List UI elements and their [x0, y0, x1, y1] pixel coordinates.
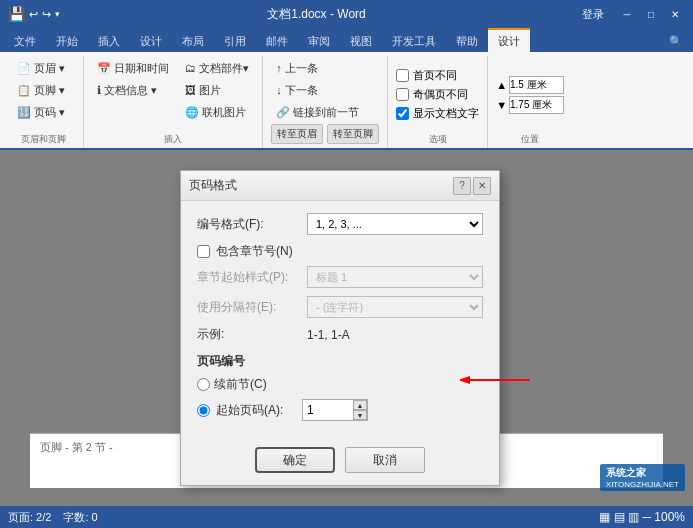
dialog-titlebar: 页码格式 ? ✕	[181, 171, 499, 201]
insert-label: 插入	[92, 131, 254, 146]
include-chapter-label: 包含章节号(N)	[216, 243, 293, 260]
diff-odd-even-row: 奇偶页不同	[396, 86, 479, 103]
format-row: 编号格式(F): 1, 2, 3, ...	[197, 213, 483, 235]
link-prev-btn[interactable]: 🔗 链接到前一节	[271, 102, 379, 123]
picture-btn[interactable]: 🖼 图片	[180, 80, 254, 101]
example-value: 1-1, 1-A	[307, 328, 350, 342]
tab-developer[interactable]: 开发工具	[382, 28, 446, 52]
start-at-radio[interactable]	[197, 404, 210, 417]
nav-row: 转至页眉 转至页脚	[271, 124, 379, 144]
docinfo-btn[interactable]: ℹ 文档信息 ▾	[92, 80, 174, 101]
continue-label: 续前节(C)	[214, 376, 267, 393]
tab-view[interactable]: 视图	[340, 28, 382, 52]
ribbon-tabs: 文件 开始 插入 设计 布局 引用 邮件 审阅 视图 开发工具 帮助 设计 🔍	[0, 28, 693, 52]
start-at-input[interactable]	[303, 400, 353, 420]
start-at-input-container: ▲ ▼	[302, 399, 368, 421]
document-title: 文档1.docx - Word	[60, 6, 573, 23]
footer-label: 页脚 - 第 2 节 -	[40, 440, 113, 455]
chapter-style-row: 章节起始样式(P): 标题 1	[197, 266, 483, 288]
separator-label: 使用分隔符(E):	[197, 299, 307, 316]
nav-buttons: ↑ 上一条 ↓ 下一条 🔗 链接到前一节 转至页眉 转至页脚	[271, 58, 379, 144]
top-pos-input[interactable]	[509, 76, 564, 94]
redo-icon[interactable]: ↪	[42, 8, 51, 21]
tab-help[interactable]: 帮助	[446, 28, 488, 52]
watermark-url: XITONGZHIJIA.NET	[606, 480, 679, 489]
header-footer-label: 页眉和页脚	[12, 131, 75, 146]
insert-content: 📅 日期和时间 ℹ 文档信息 ▾ 🗂 文档部件▾ 🖼 图片 🌐 联机图片	[92, 58, 254, 131]
tab-file[interactable]: 文件	[4, 28, 46, 52]
to-footer-btn[interactable]: 转至页脚	[327, 124, 379, 144]
ok-button[interactable]: 确定	[255, 447, 335, 473]
insert-group: 📅 日期和时间 ℹ 文档信息 ▾ 🗂 文档部件▾ 🖼 图片 🌐 联机图片 插入	[84, 56, 263, 148]
goto-footer-btn[interactable]: ↓ 下一条	[271, 80, 379, 101]
word-icon: 💾	[8, 6, 25, 22]
header-footer-buttons: 📄 页眉 ▾ 📋 页脚 ▾ 🔢 页码 ▾	[12, 58, 70, 131]
header-btn[interactable]: 📄 页眉 ▾	[12, 58, 70, 79]
page-format-dialog[interactable]: 页码格式 ? ✕ 编号格式(F): 1, 2, 3, ... 包含章节号(N)	[180, 170, 500, 486]
ribbon-content: 📄 页眉 ▾ 📋 页脚 ▾ 🔢 页码 ▾ 页眉和页脚 📅 日期和时间 ℹ 文档信…	[0, 52, 693, 150]
show-doc-text-label: 显示文档文字	[413, 106, 479, 121]
to-header-btn[interactable]: 转至页眉	[271, 124, 323, 144]
bot-pos-icon: ▼	[496, 99, 507, 111]
dialog-close-btn[interactable]: ✕	[473, 177, 491, 195]
login-button[interactable]: 登录	[573, 5, 613, 23]
page-numbering-section: 页码编号	[197, 353, 483, 370]
tab-mailings[interactable]: 邮件	[256, 28, 298, 52]
goto-header-btn[interactable]: ↑ 上一条	[271, 58, 379, 79]
online-pic-btn[interactable]: 🌐 联机图片	[180, 102, 254, 123]
word-count: 字数: 0	[63, 510, 97, 525]
diff-odd-even-cb[interactable]	[396, 88, 409, 101]
minimize-button[interactable]: ─	[617, 5, 637, 23]
chapter-style-select[interactable]: 标题 1	[307, 266, 483, 288]
insert-col1: 📅 日期和时间 ℹ 文档信息 ▾	[92, 58, 174, 101]
cancel-button[interactable]: 取消	[345, 447, 425, 473]
continue-radio[interactable]	[197, 378, 210, 391]
watermark-title: 系统之家	[606, 466, 679, 480]
docparts-btn[interactable]: 🗂 文档部件▾	[180, 58, 254, 79]
format-label: 编号格式(F):	[197, 216, 307, 233]
dialog-buttons: 确定 取消	[181, 439, 499, 485]
spinner-down-btn[interactable]: ▼	[353, 410, 367, 420]
separator-row: 使用分隔符(E): - (连字符)	[197, 296, 483, 318]
red-arrow-annotation	[460, 370, 540, 390]
position-values: ▲ ▼	[496, 58, 564, 131]
format-select[interactable]: 1, 2, 3, ...	[307, 213, 483, 235]
example-label: 示例:	[197, 326, 307, 343]
tab-design-active[interactable]: 设计	[488, 28, 530, 52]
footer-btn[interactable]: 📋 页脚 ▾	[12, 80, 70, 101]
dialog-controls: ? ✕	[453, 177, 491, 195]
show-doc-text-row: 显示文档文字	[396, 105, 479, 122]
page-num-btn[interactable]: 🔢 页码 ▾	[12, 102, 70, 123]
datetime-btn[interactable]: 📅 日期和时间	[92, 58, 174, 79]
top-pos-icon: ▲	[496, 79, 507, 91]
diff-odd-even-label: 奇偶页不同	[413, 87, 468, 102]
tab-review[interactable]: 审阅	[298, 28, 340, 52]
continue-radio-row: 续前节(C)	[197, 376, 483, 393]
chapter-style-label: 章节起始样式(P):	[197, 269, 307, 286]
include-chapter-cb[interactable]	[197, 245, 210, 258]
show-doc-text-cb[interactable]	[396, 107, 409, 120]
spinner-up-btn[interactable]: ▲	[353, 400, 367, 410]
diff-first-page-cb[interactable]	[396, 69, 409, 82]
dialog-title-label: 页码格式	[189, 177, 237, 194]
nav-label	[271, 144, 379, 146]
separator-select[interactable]: - (连字符)	[307, 296, 483, 318]
tab-insert[interactable]: 插入	[88, 28, 130, 52]
tab-design[interactable]: 设计	[130, 28, 172, 52]
tab-home[interactable]: 开始	[46, 28, 88, 52]
tab-search[interactable]: 🔍	[659, 28, 693, 52]
number-spinners: ▲ ▼	[353, 400, 367, 420]
tab-references[interactable]: 引用	[214, 28, 256, 52]
red-arrow-svg	[460, 370, 540, 390]
dialog-body: 编号格式(F): 1, 2, 3, ... 包含章节号(N) 章节起始样式(P)…	[181, 201, 499, 439]
maximize-button[interactable]: □	[641, 5, 661, 23]
page-info: 页面: 2/2	[8, 510, 51, 525]
tab-layout[interactable]: 布局	[172, 28, 214, 52]
title-bar-controls: 登录 ─ □ ✕	[573, 5, 685, 23]
bot-pos-input[interactable]	[509, 96, 564, 114]
start-at-label: 起始页码(A):	[216, 402, 296, 419]
position-label: 位置	[496, 131, 564, 146]
dialog-help-btn[interactable]: ?	[453, 177, 471, 195]
undo-icon[interactable]: ↩	[29, 8, 38, 21]
close-button[interactable]: ✕	[665, 5, 685, 23]
